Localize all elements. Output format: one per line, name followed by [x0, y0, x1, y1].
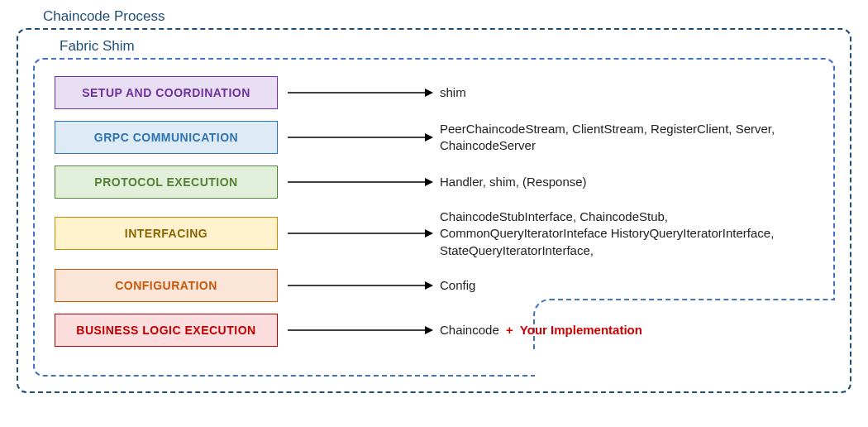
- desc-setup: shim: [440, 84, 813, 101]
- desc-config: Config: [440, 277, 813, 294]
- desc-business-text: Chaincode: [440, 323, 499, 337]
- box-config: CONFIGURATION: [55, 269, 278, 302]
- your-implementation-label: Your Implementation: [520, 323, 642, 337]
- desc-protocol: Handler, shim, (Response): [440, 174, 813, 190]
- plus-sign: +: [506, 323, 513, 337]
- svg-marker-3: [425, 133, 433, 142]
- arrow-icon: [278, 87, 440, 98]
- desc-interfacing: ChaincodeStubInterface, ChaincodeStub, C…: [440, 209, 813, 259]
- desc-grpc: PeerChaincodeStream, ClientStream, Regis…: [440, 121, 813, 155]
- arrow-icon: [278, 176, 440, 188]
- outer-title: Chaincode Process: [43, 8, 851, 25]
- row-setup: SETUP AND COORDINATION shim: [55, 74, 813, 111]
- row-protocol: PROTOCOL EXECUTION Handler, shim, (Respo…: [55, 164, 813, 200]
- inner-title: Fabric Shim: [60, 38, 835, 55]
- svg-marker-1: [425, 89, 433, 97]
- row-grpc: GRPC COMMUNICATION PeerChaincodeStream, …: [55, 119, 813, 156]
- chaincode-process-container: Fabric Shim SETUP AND COORDINATION shim …: [17, 28, 851, 393]
- arrow-icon: [278, 228, 440, 239]
- arrow-icon: [278, 324, 440, 336]
- row-config: CONFIGURATION Config: [55, 267, 813, 304]
- box-protocol: PROTOCOL EXECUTION: [55, 166, 278, 199]
- box-setup: SETUP AND COORDINATION: [55, 76, 278, 109]
- notch-fill: [535, 348, 837, 378]
- svg-marker-7: [425, 229, 433, 237]
- arrow-icon: [278, 280, 440, 291]
- desc-business: Chaincode + Your Implementation: [440, 322, 813, 338]
- box-grpc: GRPC COMMUNICATION: [55, 121, 278, 154]
- fabric-shim-container: SETUP AND COORDINATION shim GRPC COMMUNI…: [33, 58, 835, 377]
- svg-marker-5: [425, 178, 433, 186]
- row-interfacing: INTERFACING ChaincodeStubInterface, Chai…: [55, 209, 813, 259]
- row-business: BUSINESS LOGIC EXECUTION Chaincode + You…: [55, 312, 813, 348]
- svg-marker-9: [425, 281, 433, 290]
- svg-marker-11: [425, 326, 433, 334]
- box-business: BUSINESS LOGIC EXECUTION: [55, 314, 278, 347]
- box-interfacing: INTERFACING: [55, 217, 278, 250]
- arrow-icon: [278, 132, 440, 143]
